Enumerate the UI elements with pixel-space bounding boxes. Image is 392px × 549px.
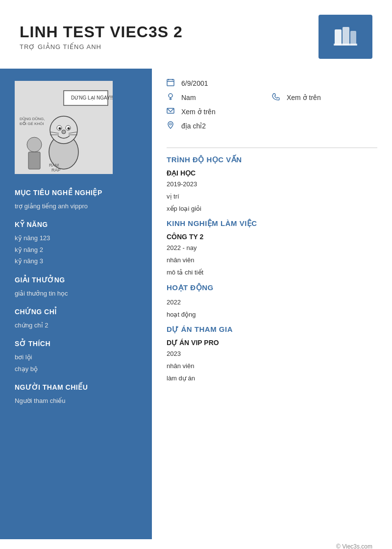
copyright: © Viec3s.com [336,543,372,549]
main-layout: DỪNG LẠI NGAY!! [0,69,392,539]
activities-title: HOẠT ĐỘNG [167,283,377,292]
nguoi-tham-chieu-list: Người tham chiếu [15,395,137,406]
giai-thuong-list: giải thưởng tin học [15,288,137,299]
svg-point-53 [170,123,172,125]
gender-field: Nam [167,93,272,102]
edu-position: vị trí [167,191,377,202]
chung-chi-section: CHỨNG CHỈ chứng chỉ 2 [0,303,152,335]
svg-point-35 [68,127,70,130]
svg-rect-24 [334,44,357,46]
activity-name: hoạt động [167,309,377,320]
so-thich-title: SỞ THÍCH [15,340,137,348]
giai-thuong-section: GIẢI THƯỞNG giải thưởng tin học [0,271,152,303]
so-thich-list: bơi lội chạy bộ [15,351,137,374]
svg-text:RÁP: RÁP [51,168,61,173]
divider [167,148,377,148]
chung-chi-title: CHỨNG CHỈ [15,308,137,316]
edu-classification: xếp loại giỏi [167,203,377,214]
main-content: 6/9/2001 Nam Xem ở trên [152,69,392,539]
svg-rect-22 [343,27,349,45]
address-value: địa chỉ2 [181,122,206,130]
email-row: Xem ở trên [167,107,377,116]
gender-value: Nam [181,94,196,101]
ky-nang-title: KỸ NĂNG [15,221,137,228]
chung-chi-list: chứng chỉ 2 [15,320,137,331]
svg-rect-29 [28,152,40,169]
activities-section: HOẠT ĐỘNG 2022 hoạt động [167,283,377,320]
gender-phone-row: Nam Xem ở trên [167,93,377,102]
muc-tieu-content: trợ giảng tiếng anh vippro [15,200,137,212]
phone-icon [272,93,282,102]
list-item: bơi lội [15,351,137,363]
profile-photo: DỪNG LẠI NGAY!! [15,81,113,174]
ky-nang-list: kỹ năng 123 kỹ năng 2 kỹ năng 3 [15,232,137,267]
list-item: kỹ năng 3 [15,255,137,267]
birthday-row: 6/9/2001 [167,78,377,88]
exp-role: nhân viên [167,255,377,266]
edu-years: 2019-2023 [167,179,377,190]
phone-value: Xem ở trên [287,94,321,101]
svg-text:DỪNG LẠI NGAY!!: DỪNG LẠI NGAY!! [71,95,113,100]
list-item: chạy bộ [15,363,137,374]
birthday-value: 6/9/2001 [181,79,208,87]
email-value: Xem ở trên [181,108,216,116]
svg-rect-21 [335,29,342,45]
education-section: TRÌNH ĐỘ HỌC VẤN ĐẠI HỌC 2019-2023 vị tr… [167,155,377,214]
header: LINH TEST VIEC3S 2 TRỢ GIẢNG TIẾNG ANH [0,0,392,69]
experience-title: KINH NGHIỆM LÀM VIỆC [167,219,377,228]
address-row: địa chỉ2 [167,121,377,130]
projects-title: DỰ ÁN THAM GIA [167,325,377,334]
phone-field: Xem ở trên [272,93,377,102]
svg-point-49 [169,94,172,98]
project-description: làm dự án [167,373,377,384]
svg-text:RÀM: RÀM [49,163,59,168]
svg-text:DŨNG DŨNG,: DŨNG DŨNG, [20,117,45,121]
footer: © Viec3s.com [0,539,392,549]
svg-rect-45 [167,79,174,86]
edu-degree: ĐẠI HỌC [167,169,377,177]
so-thich-section: SỞ THÍCH bơi lội chạy bộ [0,335,152,378]
email-icon [167,107,176,116]
list-item: kỹ năng 123 [15,232,137,244]
calendar-icon [167,78,176,88]
exp-years: 2022 - nay [167,243,377,253]
education-title: TRÌNH ĐỘ HỌC VẤN [167,155,377,164]
personal-info-block: 6/9/2001 Nam Xem ở trên [167,69,377,143]
list-item: chứng chỉ 2 [15,320,137,331]
exp-description: mô tả chi tiết [167,267,377,278]
project-year: 2023 [167,349,377,359]
exp-company: CÔNG TY 2 [167,233,377,241]
logo-icon [331,22,360,51]
experience-section: KINH NGHIỆM LÀM VIỆC CÔNG TY 2 2022 - na… [167,219,377,278]
svg-point-36 [62,130,66,134]
logo [318,15,372,59]
sidebar: DỪNG LẠI NGAY!! [0,69,152,539]
svg-rect-23 [350,31,356,45]
ky-nang-section: KỸ NĂNG kỹ năng 123 kỹ năng 2 kỹ năng 3 [0,216,152,271]
project-name: DỰ ÁN VIP PRO [167,339,377,347]
muc-tieu-title: MỤC TIÊU NGHỀ NGHIỆP [15,189,137,197]
giai-thuong-title: GIẢI THƯỞNG [15,276,137,284]
projects-section: DỰ ÁN THAM GIA DỰ ÁN VIP PRO 2023 nhân v… [167,325,377,384]
nguoi-tham-chieu-title: NGƯỜI THAM CHIẾU [15,383,137,391]
svg-point-28 [27,137,42,152]
list-item: kỹ năng 2 [15,244,137,255]
project-role: nhân viên [167,361,377,372]
muc-tieu-section: MỤC TIÊU NGHỀ NGHIỆP trợ giảng tiếng anh… [0,184,152,216]
profile-photo-container: DỪNG LẠI NGAY!! [0,69,152,184]
nguoi-tham-chieu-section: NGƯỜI THAM CHIẾU Người tham chiếu [0,378,152,410]
page-subtitle: TRỢ GIẢNG TIẾNG ANH [20,43,183,50]
activity-year: 2022 [167,297,377,308]
address-icon [167,121,176,130]
list-item: giải thưởng tin học [15,288,137,299]
svg-point-34 [59,127,61,130]
gender-icon [167,93,176,102]
page-title: LINH TEST VIEC3S 2 [20,23,183,41]
list-item: Người tham chiếu [15,395,137,406]
header-left: LINH TEST VIEC3S 2 TRỢ GIẢNG TIẾNG ANH [20,23,183,50]
